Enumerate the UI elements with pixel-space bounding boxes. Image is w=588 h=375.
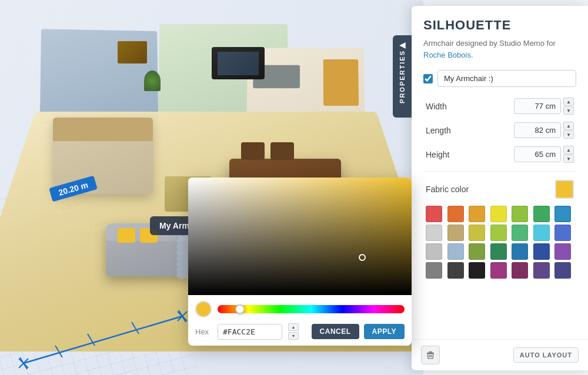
panel-title: SILHOUETTE [423,18,576,33]
fabric-label: Fabric color [426,185,469,194]
color-cell-8[interactable] [447,225,464,241]
kitchen-fridge [323,59,359,106]
color-picker-controls: Hex ▲ ▼ CANCEL APPLY [188,295,412,346]
name-input[interactable] [437,70,576,87]
color-cell-13[interactable] [554,225,571,241]
panel-tab-label: PROPERTIES [399,50,406,103]
hex-row: Hex ▲ ▼ CANCEL APPLY [195,323,405,340]
color-gradient-picker[interactable] [188,178,412,295]
height-input[interactable] [514,146,561,162]
subtitle-text: Armchair designed by Studio Memo for [423,39,556,48]
hex-input[interactable] [218,324,282,340]
fabric-swatch[interactable] [555,180,574,199]
color-cell-17[interactable] [490,243,507,260]
dining-chair-2 [270,142,294,160]
color-cell-21[interactable] [426,262,442,279]
color-cell-10[interactable] [490,225,507,241]
fabric-section: Fabric color [423,180,576,279]
length-input[interactable] [514,122,561,138]
hex-label: Hex [195,327,212,336]
wall-art [118,41,147,63]
hex-down-btn[interactable]: ▼ [288,332,299,340]
properties-panel: ◀ PROPERTIES SILHOUETTE Armchair designe… [412,6,588,370]
picker-actions: CANCEL APPLY [312,324,405,339]
hue-slider[interactable] [218,305,405,313]
svg-rect-15 [429,351,432,353]
pillow-area [53,118,153,141]
length-label: Length [426,126,467,135]
color-cell-14[interactable] [426,243,442,260]
tv-display [218,52,259,75]
height-value-group: ▲ ▼ [514,146,574,163]
width-down-btn[interactable]: ▼ [563,106,574,115]
hue-thumb [235,304,245,314]
height-label: Height [426,150,467,159]
color-cell-1[interactable] [447,206,464,222]
divider-1 [423,171,576,172]
color-cell-22[interactable] [447,262,464,279]
color-grid [426,206,574,279]
color-cell-6[interactable] [554,206,571,222]
fabric-header: Fabric color [426,180,574,199]
color-cell-24[interactable] [490,262,507,279]
width-spinner: ▲ ▼ [563,98,574,115]
panel-main-content: SILHOUETTE Armchair designed by Studio M… [412,6,588,293]
hex-up-btn[interactable]: ▲ [288,323,299,331]
trash-icon [426,350,435,360]
dining-chair-1 [241,142,265,160]
panel-tab[interactable]: ◀ PROPERTIES [393,35,412,118]
color-cell-4[interactable] [512,206,528,222]
color-cell-25[interactable] [512,262,528,279]
svg-rect-16 [427,353,434,353]
color-cell-16[interactable] [469,243,485,260]
color-cell-7[interactable] [426,225,442,241]
length-up-btn[interactable]: ▲ [563,122,574,130]
height-up-btn[interactable]: ▲ [563,146,574,154]
color-picker-popup: Hex ▲ ▼ CANCEL APPLY [188,178,412,346]
color-cell-15[interactable] [447,243,464,260]
current-color-dot [195,301,212,317]
width-row: Width ▲ ▼ [423,98,576,115]
color-cursor [359,254,366,261]
length-down-btn[interactable]: ▼ [563,130,574,139]
trash-button[interactable] [421,346,440,364]
name-checkbox[interactable] [423,74,433,83]
color-cell-27[interactable] [554,262,571,279]
color-cell-18[interactable] [512,243,528,260]
color-cell-5[interactable] [533,206,550,222]
height-row: Height ▲ ▼ [423,146,576,163]
length-row: Length ▲ ▼ [423,122,576,139]
hue-row [195,301,405,317]
panel-footer: AUTO LAYOUT [412,339,588,370]
cancel-button[interactable]: CANCEL [312,324,359,339]
plant-decor [144,71,161,91]
apply-button[interactable]: APPLY [364,324,405,339]
pillow-1 [118,228,135,243]
panel-tab-arrow: ◀ [399,40,406,49]
color-cell-20[interactable] [554,243,571,260]
hex-spinner: ▲ ▼ [288,323,299,340]
length-spinner: ▲ ▼ [563,122,574,139]
color-cell-26[interactable] [533,262,550,279]
color-cell-2[interactable] [469,206,485,222]
name-row [423,70,576,87]
width-up-btn[interactable]: ▲ [563,98,574,106]
length-value-group: ▲ ▼ [514,122,574,139]
color-cell-12[interactable] [533,225,550,241]
color-cell-3[interactable] [490,206,507,222]
panel-subtitle: Armchair designed by Studio Memo for Roc… [423,38,576,61]
width-label: Width [426,102,467,111]
color-cell-23[interactable] [469,262,485,279]
auto-layout-button[interactable]: AUTO LAYOUT [513,347,579,363]
color-cell-9[interactable] [469,225,485,241]
width-input[interactable] [514,98,561,114]
height-spinner: ▲ ▼ [563,146,574,163]
tv-screen [212,47,265,79]
height-down-btn[interactable]: ▼ [563,155,574,163]
subtitle-link[interactable]: Roche Bobois. [423,51,473,59]
width-value-group: ▲ ▼ [514,98,574,115]
color-cell-19[interactable] [533,243,550,260]
color-cell-11[interactable] [512,225,528,241]
color-cell-0[interactable] [426,206,442,222]
